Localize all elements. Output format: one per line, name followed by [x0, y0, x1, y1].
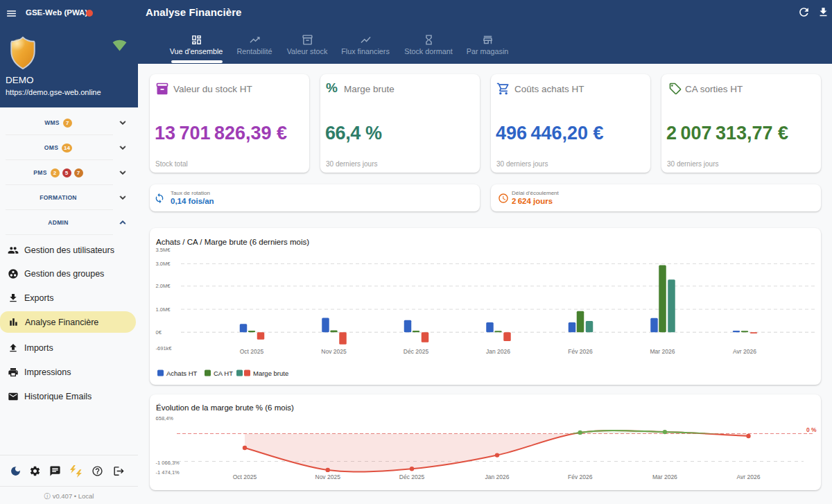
svg-text:Fév 2026: Fév 2026	[568, 473, 593, 480]
svg-text:1.0M€: 1.0M€	[156, 306, 171, 313]
svg-text:Mar 2026: Mar 2026	[652, 473, 677, 480]
svg-text:-1 474,1%: -1 474,1%	[156, 469, 180, 476]
svg-text:Fév 2026: Fév 2026	[568, 348, 593, 355]
svg-text:3.5M€: 3.5M€	[156, 247, 171, 253]
svg-text:2.0M€: 2.0M€	[156, 283, 171, 289]
svg-text:Avr 2026: Avr 2026	[737, 473, 761, 480]
svg-text:Nov 2025: Nov 2025	[321, 348, 347, 355]
svg-text:Jan 2026: Jan 2026	[486, 348, 510, 355]
svg-text:Avr 2026: Avr 2026	[733, 348, 756, 355]
svg-text:-1 066,3%: -1 066,3%	[156, 460, 180, 466]
svg-text:Oct 2025: Oct 2025	[240, 348, 264, 355]
svg-text:Déc 2025: Déc 2025	[399, 473, 425, 480]
svg-text:3.0M€: 3.0M€	[156, 261, 171, 267]
svg-text:Nov 2025: Nov 2025	[315, 473, 341, 480]
svg-text:Oct 2025: Oct 2025	[233, 473, 257, 480]
svg-text:Achats HT: Achats HT	[166, 370, 198, 377]
svg-text:Mar 2026: Mar 2026	[650, 348, 675, 355]
svg-text:0€: 0€	[156, 329, 162, 336]
svg-text:-691k€: -691k€	[156, 345, 173, 351]
svg-text:CA HT: CA HT	[214, 370, 233, 377]
svg-text:Déc 2025: Déc 2025	[404, 348, 429, 355]
svg-text:Marge brute: Marge brute	[253, 370, 288, 377]
svg-text:0 %: 0 %	[806, 426, 817, 433]
svg-text:658,4%: 658,4%	[156, 415, 174, 422]
svg-text:Jan 2026: Jan 2026	[485, 473, 510, 480]
